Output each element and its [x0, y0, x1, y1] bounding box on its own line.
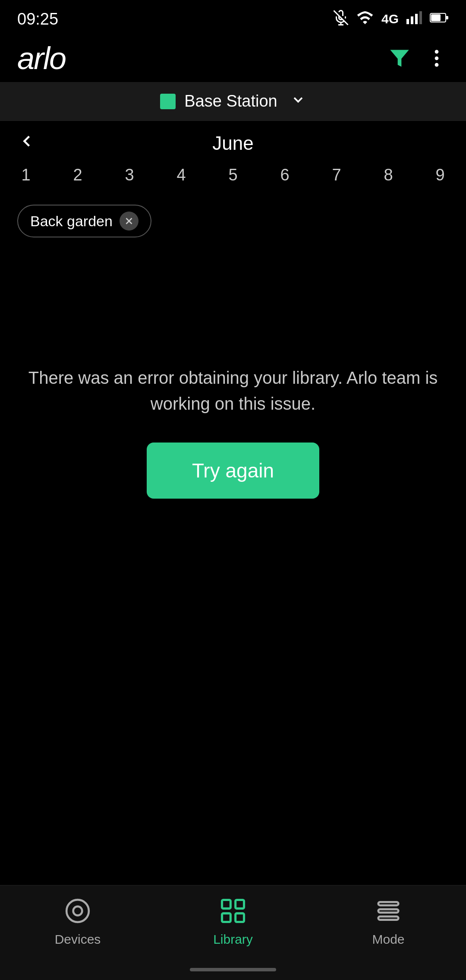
svg-rect-9 [431, 14, 441, 21]
day-3[interactable]: 3 [104, 166, 155, 184]
filter-tag-close-button[interactable] [120, 212, 139, 231]
day-7[interactable]: 7 [311, 166, 362, 184]
svg-rect-20 [236, 914, 244, 922]
day-9[interactable]: 9 [414, 166, 466, 184]
svg-point-11 [435, 57, 439, 60]
filter-tag-back-garden: Back garden [17, 205, 151, 237]
filter-area: Back garden [0, 194, 466, 237]
app-bar-actions [387, 46, 449, 70]
network-4g-icon: 4G [381, 12, 399, 26]
days-row: 1 2 3 4 5 6 7 8 9 [0, 160, 466, 194]
no-sound-icon [333, 10, 349, 28]
mode-icon [373, 896, 403, 926]
signal-icon [406, 11, 422, 27]
status-icons: 4G [333, 10, 449, 28]
svg-rect-23 [378, 917, 399, 920]
bottom-indicator [190, 968, 276, 971]
app-bar: arlo [0, 35, 466, 82]
library-icon [218, 896, 248, 926]
error-message: There was an error obtaining your librar… [26, 365, 440, 417]
svg-point-16 [73, 907, 82, 916]
nav-item-mode[interactable]: Mode [311, 896, 466, 947]
filter-icon[interactable] [387, 46, 412, 70]
svg-rect-6 [419, 11, 422, 24]
arlo-logo: arlo [17, 41, 66, 76]
day-5[interactable]: 5 [207, 166, 259, 184]
day-2[interactable]: 2 [52, 166, 104, 184]
nav-label-mode: Mode [372, 932, 404, 947]
svg-rect-21 [378, 902, 399, 905]
svg-rect-4 [411, 16, 413, 24]
svg-rect-22 [378, 909, 399, 913]
battery-icon [430, 12, 449, 27]
devices-icon [63, 896, 93, 926]
svg-rect-3 [406, 19, 409, 24]
svg-rect-18 [236, 900, 244, 909]
filter-tag-label: Back garden [30, 213, 113, 230]
more-icon[interactable] [425, 46, 449, 70]
day-8[interactable]: 8 [362, 166, 414, 184]
status-bar: 09:25 4G [0, 0, 466, 35]
svg-rect-8 [446, 16, 448, 19]
device-name: Base Station [184, 92, 277, 111]
bottom-nav: Devices Library Mode [0, 885, 466, 980]
svg-rect-5 [415, 14, 418, 24]
wifi-icon [356, 11, 374, 27]
device-icon [160, 94, 176, 109]
chevron-down-icon [290, 92, 306, 111]
month-title: June [212, 133, 253, 154]
nav-label-library: Library [213, 932, 253, 947]
try-again-button[interactable]: Try again [147, 443, 319, 499]
device-selector[interactable]: Base Station [0, 82, 466, 121]
status-time: 09:25 [17, 10, 58, 28]
nav-label-devices: Devices [55, 932, 101, 947]
day-1[interactable]: 1 [0, 166, 52, 184]
svg-point-10 [435, 50, 439, 54]
svg-rect-17 [222, 900, 231, 909]
svg-rect-19 [222, 914, 231, 922]
nav-item-devices[interactable]: Devices [0, 896, 155, 947]
back-arrow-icon[interactable] [17, 132, 36, 155]
svg-point-15 [66, 900, 89, 922]
svg-point-12 [435, 63, 439, 67]
calendar-header: June [0, 121, 466, 160]
day-6[interactable]: 6 [259, 166, 311, 184]
day-4[interactable]: 4 [155, 166, 207, 184]
nav-item-library[interactable]: Library [155, 896, 311, 947]
main-content: There was an error obtaining your librar… [0, 237, 466, 626]
